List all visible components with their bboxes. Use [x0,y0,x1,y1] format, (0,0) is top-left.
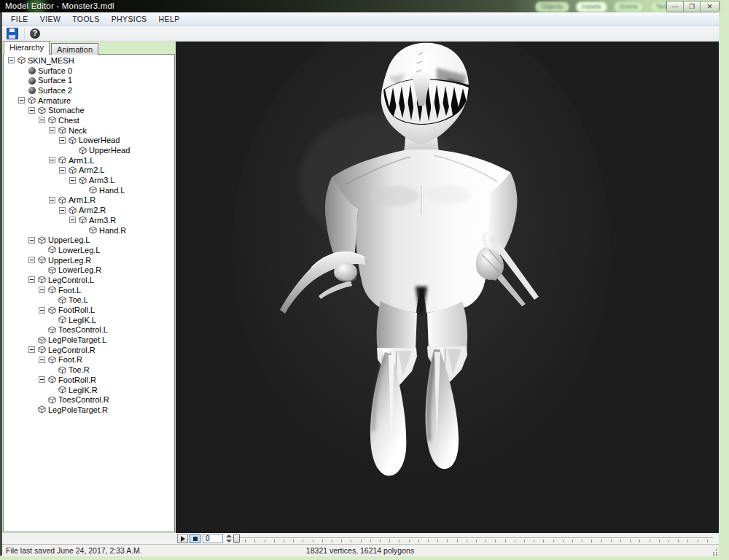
tree-item-lowerleg-r[interactable]: LowerLeg.R [4,265,174,275]
tree-item-foot-l[interactable]: Foot.L [4,285,174,295]
tree-item-surface-0[interactable]: Surface 0 [4,66,174,76]
tree-item-label: Foot.R [58,355,82,364]
collapse-expander-icon[interactable] [18,97,25,104]
tree-item-label: Arm2.L [79,166,104,174]
tree-item-label: UpperLeg.R [48,256,91,265]
timeline-bar [2,533,719,545]
save-icon[interactable] [7,28,18,39]
stop-button[interactable] [190,534,200,543]
tree-item-footroll-l[interactable]: FootRoll.L [4,305,174,315]
tree-item-lowerleg-l[interactable]: LowerLeg.L [4,245,174,255]
tree-item-arm3-r[interactable]: Arm3.R [4,215,174,225]
close-button[interactable]: ✕ [701,1,719,12]
tab-animation[interactable]: Animation [51,43,98,55]
tree-item-arm2-r[interactable]: Arm2.R [4,205,174,215]
tree-item-legik-r[interactable]: LegIK.R [4,385,174,395]
mesh-stats-text: 18321 vertices, 16214 polygons [306,546,414,555]
collapse-expander-icon[interactable] [59,137,66,144]
menu-item-file[interactable]: FILE [9,14,30,24]
maximize-button[interactable]: ❐ [684,1,701,12]
tree-item-hand-l[interactable]: Hand.L [4,185,174,195]
background-tab-objects: Objects [535,1,569,12]
tree-item-label: Hand.R [99,226,126,235]
tree-item-label: Arm3.R [89,216,116,225]
collapse-expander-icon[interactable] [39,307,45,314]
collapse-expander-icon[interactable] [69,217,76,223]
collapse-expander-icon[interactable] [8,57,15,63]
node-cube-icon [38,256,46,264]
menu-item-tools[interactable]: TOOLS [71,14,101,24]
collapse-expander-icon[interactable] [59,167,66,174]
tree-item-label: SKIN_MESH [28,56,74,65]
tree-item-foot-r[interactable]: Foot.R [4,355,174,365]
spinner-up-icon[interactable] [226,534,232,537]
tree-item-legpoletarget-r[interactable]: LegPoleTarget.R [4,405,174,415]
timeline-slider-track[interactable] [232,537,713,539]
collapse-expander-icon[interactable] [39,287,45,293]
tree-item-stomache[interactable]: Stomache [4,105,174,115]
viewport-3d[interactable] [176,42,719,533]
node-cube-icon [89,186,97,194]
tree-item-legcontrol-l[interactable]: LegControl.L [4,275,174,285]
tree-item-legcontrol-r[interactable]: LegControl.R [4,345,174,355]
node-cube-icon [58,156,66,164]
node-cube-icon [48,116,56,124]
tree-item-chest[interactable]: Chest [4,115,174,125]
collapse-expander-icon[interactable] [39,117,45,123]
expander-spacer [39,246,45,253]
tree-item-footroll-r[interactable]: FootRoll.R [4,375,174,385]
collapse-expander-icon[interactable] [39,376,45,383]
collapse-expander-icon[interactable] [49,197,55,203]
tree-item-upperleg-l[interactable]: UpperLeg.L [4,235,174,245]
tree-item-skin-mesh[interactable]: SKIN_MESH [4,55,174,66]
tree-item-label: Arm3.L [89,176,114,184]
collapse-expander-icon[interactable] [59,207,66,214]
timeline-tick-marks [235,540,712,542]
play-button[interactable] [177,534,188,543]
collapse-expander-icon[interactable] [28,276,35,283]
collapse-expander-icon[interactable] [39,357,45,363]
resize-grip[interactable] [711,548,718,556]
tree-item-armature[interactable]: Armature [4,96,174,106]
collapse-expander-icon[interactable] [49,127,55,133]
tree-item-label: LegPoleTarget.L [48,335,106,344]
window-left-border [0,12,2,556]
tree-item-toescontrol-r[interactable]: ToesControl.R [4,394,174,405]
background-tab-scene: Scene [614,1,644,12]
tree-item-legik-l[interactable]: LegIK.L [4,315,174,325]
tree-item-lowerhead[interactable]: LowerHead [4,136,174,146]
node-cube-icon [69,136,77,144]
tree-item-toescontrol-l[interactable]: ToesControl.L [4,325,174,335]
tree-item-surface-2[interactable]: Surface 2 [4,85,174,96]
tree-item-arm1-l[interactable]: Arm1.L [4,155,174,166]
tree-item-upperleg-r[interactable]: UpperLeg.R [4,255,174,265]
menu-item-help[interactable]: HELP [157,14,182,24]
tree-item-arm2-l[interactable]: Arm2.L [4,166,174,176]
collapse-expander-icon[interactable] [28,257,35,263]
tree-item-upperhead[interactable]: UpperHead [4,145,174,155]
collapse-expander-icon[interactable] [28,237,35,244]
collapse-expander-icon[interactable] [69,177,76,184]
collapse-expander-icon[interactable] [28,346,35,353]
minimize-button[interactable]: — [667,1,684,12]
menu-item-physics[interactable]: PHYSICS [110,14,149,24]
tab-hierarchy[interactable]: Hierarchy [4,41,50,55]
tree-item-surface-1[interactable]: Surface 1 [4,75,174,85]
tree-item-arm3-l[interactable]: Arm3.L [4,175,174,185]
frame-input[interactable] [203,534,223,543]
tree-item-legpoletarget-l[interactable]: LegPoleTarget.L [4,335,174,345]
tree-item-neck[interactable]: Neck [4,125,174,136]
last-saved-text: File last saved June 24, 2017, 2:33 A.M. [6,546,142,555]
menu-item-view[interactable]: VIEW [39,14,62,24]
collapse-expander-icon[interactable] [28,107,35,114]
tree-item-toe-l[interactable]: Toe.L [4,295,174,306]
tree-item-arm1-r[interactable]: Arm1.R [4,195,174,206]
tree-item-toe-r[interactable]: Toe.R [4,365,174,375]
tree-item-hand-r[interactable]: Hand.R [4,225,174,236]
node-cube-icon [38,236,46,244]
timeline-slider-thumb[interactable] [233,534,240,543]
spinner-down-icon[interactable] [226,540,232,542]
collapse-expander-icon[interactable] [49,157,55,163]
expander-spacer [28,406,35,413]
help-icon[interactable]: ? [30,28,40,39]
